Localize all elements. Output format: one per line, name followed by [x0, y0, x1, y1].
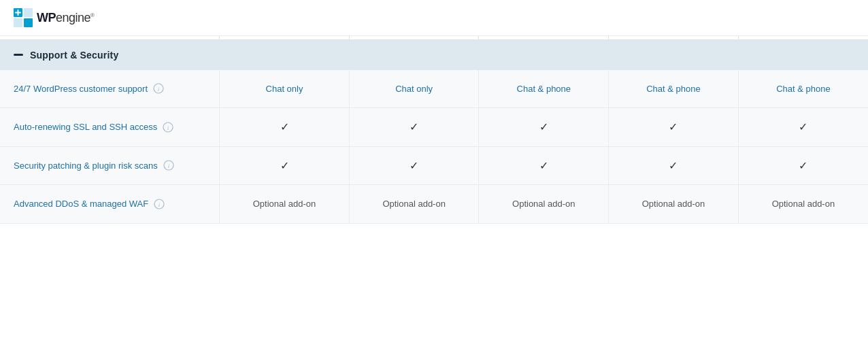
- cell-value: Optional add-on: [772, 199, 835, 209]
- checkmark: ✓: [799, 160, 807, 171]
- table-row: Security patching & plugin risk scans i …: [0, 146, 868, 185]
- svg-rect-5: [18, 10, 19, 16]
- minus-icon: [14, 54, 23, 56]
- cell-value: Optional add-on: [382, 199, 446, 209]
- section-header-row: Support & Security: [0, 39, 868, 70]
- svg-rect-2: [14, 18, 22, 27]
- logo-text: WPengine®: [37, 11, 94, 25]
- feature-label: Auto-renewing SSL and SSH access: [14, 120, 157, 134]
- checkmark: ✓: [669, 160, 678, 171]
- cell-value: Chat & phone: [517, 84, 571, 94]
- table-row: 24/7 WordPress customer support i Chat o…: [0, 70, 868, 108]
- cell-value: Optional add-on: [512, 199, 575, 209]
- checkmark: ✓: [410, 160, 418, 171]
- svg-rect-3: [24, 18, 33, 27]
- cell-value: Chat only: [395, 84, 433, 94]
- info-icon: i: [163, 160, 174, 171]
- svg-text:i: i: [158, 201, 161, 208]
- feature-label: 24/7 WordPress customer support: [14, 82, 148, 96]
- svg-text:i: i: [167, 124, 169, 131]
- svg-text:i: i: [158, 86, 160, 93]
- cell-value: Optional add-on: [642, 199, 705, 209]
- checkmark: ✓: [539, 121, 548, 133]
- cell-value: Chat & phone: [646, 84, 701, 94]
- section-title: Support & Security: [30, 50, 118, 61]
- info-icon: i: [154, 199, 165, 210]
- header: WPengine®: [0, 0, 868, 36]
- checkmark: ✓: [280, 121, 289, 133]
- cell-value: Chat & phone: [776, 84, 831, 94]
- page-wrapper: WPengine®: [0, 0, 868, 224]
- checkmark: ✓: [539, 160, 548, 171]
- feature-label: Advanced DDoS & managed WAF: [14, 197, 148, 211]
- comparison-table: Support & Security 24/7 WordPress custom…: [0, 36, 868, 224]
- checkmark: ✓: [669, 121, 678, 133]
- svg-rect-1: [24, 8, 33, 17]
- checkmark: ✓: [799, 121, 807, 133]
- cell-value: Optional add-on: [253, 199, 316, 209]
- table-row: Auto-renewing SSL and SSH access i ✓ ✓ ✓…: [0, 108, 868, 147]
- info-icon: i: [163, 122, 173, 133]
- checkmark: ✓: [280, 160, 289, 171]
- feature-label: Security patching & plugin risk scans: [14, 159, 158, 173]
- checkmark: ✓: [410, 121, 418, 133]
- logo-icon: [14, 8, 33, 27]
- info-icon: i: [153, 83, 164, 94]
- svg-text:i: i: [167, 163, 169, 169]
- cell-value: Chat only: [266, 84, 303, 94]
- logo: WPengine®: [14, 8, 94, 27]
- table-row: Advanced DDoS & managed WAF i Optional a…: [0, 185, 868, 224]
